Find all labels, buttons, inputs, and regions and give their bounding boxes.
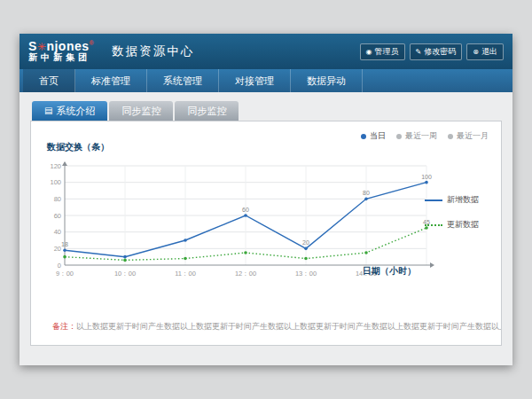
registered-mark: ® (90, 41, 95, 47)
grid-icon: ▤ (44, 101, 52, 121)
series-legend: 新增数据 更新数据 (425, 194, 494, 244)
brand-logo: S✳njones® 新中新集团 (28, 40, 94, 62)
header-actions: ◉管理员 ✎修改密码 ⊗退出 (360, 43, 504, 60)
radio-dot-icon (396, 134, 402, 139)
dotted-line-icon (425, 224, 442, 226)
nav-system-management[interactable]: 系统管理 (147, 69, 219, 92)
svg-text:20: 20 (54, 245, 61, 253)
brand-subtitle: 新中新集团 (28, 53, 94, 63)
svg-text:100: 100 (50, 178, 61, 186)
footnote-text: 以上数据更新于时间产生数据以上数据更新于时间产生数据以上数据更新于时间产生数据以… (76, 322, 501, 331)
svg-text:120: 120 (50, 162, 61, 170)
filter-last-week[interactable]: 最近一周 (396, 130, 437, 142)
content-area: ▤系统介绍 同步监控 同步监控 当日 最近一周 最近一月 数据交换（条） 020… (20, 92, 512, 365)
logout-button[interactable]: ⊗退出 (466, 43, 504, 60)
tab-sync-monitor-1-label: 同步监控 (121, 101, 160, 121)
legend-update-data: 更新数据 (425, 219, 494, 231)
svg-text:12：00: 12：00 (235, 270, 256, 278)
svg-text:20: 20 (302, 239, 309, 246)
svg-text:11：00: 11：00 (175, 270, 196, 278)
app-window: S✳njones® 新中新集团 数据资源中心 ◉管理员 ✎修改密码 ⊗退出 首页… (20, 34, 512, 365)
change-password-label: 修改密码 (424, 46, 456, 58)
x-axis-title: 日期（小时） (363, 265, 416, 278)
svg-text:40: 40 (54, 228, 61, 236)
footnote-prefix: 备注： (52, 322, 76, 331)
svg-text:18: 18 (61, 241, 68, 247)
edit-password-icon: ✎ (416, 48, 422, 56)
solid-line-icon (425, 200, 442, 201)
app-header: S✳njones® 新中新集团 数据资源中心 ◉管理员 ✎修改密码 ⊗退出 (20, 34, 512, 69)
tab-sync-monitor-1[interactable]: 同步监控 (109, 101, 173, 121)
tab-sync-monitor-2-label: 同步监控 (187, 101, 226, 121)
svg-text:80: 80 (363, 190, 370, 196)
main-nav: 首页 标准管理 系统管理 对接管理 数据异动 (20, 69, 512, 92)
time-range-filters: 当日 最近一周 最近一月 (361, 130, 489, 142)
radio-dot-icon (448, 134, 453, 139)
page-title: 数据资源中心 (112, 43, 194, 59)
nav-interface-management[interactable]: 对接管理 (219, 69, 291, 92)
tab-sync-monitor-2[interactable]: 同步监控 (175, 101, 239, 121)
filter-last-month[interactable]: 最近一月 (448, 130, 489, 142)
svg-text:9：00: 9：00 (56, 270, 74, 278)
user-icon: ◉ (366, 48, 372, 56)
filter-today[interactable]: 当日 (361, 130, 386, 142)
nav-home[interactable]: 首页 (23, 69, 75, 92)
svg-text:100: 100 (421, 174, 432, 180)
legend-new-data: 新增数据 (425, 194, 494, 206)
nav-data-change[interactable]: 数据异动 (291, 69, 363, 92)
change-password-button[interactable]: ✎修改密码 (410, 43, 463, 60)
tab-bar: ▤系统介绍 同步监控 同步监控 (32, 101, 502, 121)
line-chart: 0204060801001209：0010：0011：0012：0013：001… (42, 159, 441, 283)
logout-label: 退出 (481, 46, 497, 58)
admin-button[interactable]: ◉管理员 (360, 43, 405, 60)
radio-dot-icon (361, 134, 366, 139)
svg-text:80: 80 (54, 195, 61, 203)
logout-icon: ⊗ (473, 48, 479, 56)
svg-text:60: 60 (242, 207, 249, 213)
footnote: 备注：以上数据更新于时间产生数据以上数据更新于时间产生数据以上数据更新于时间产生… (31, 321, 501, 332)
tab-system-intro[interactable]: ▤系统介绍 (32, 101, 107, 121)
admin-button-label: 管理员 (375, 46, 399, 58)
y-axis-title: 数据交换（条） (47, 141, 109, 153)
svg-text:0: 0 (58, 262, 61, 270)
svg-text:13：00: 13：00 (295, 270, 317, 278)
nav-standard-management[interactable]: 标准管理 (75, 69, 147, 92)
svg-text:60: 60 (54, 212, 61, 220)
svg-text:10：00: 10：00 (114, 270, 136, 278)
chart-panel: 当日 最近一周 最近一月 数据交换（条） 0204060801001209：00… (30, 121, 502, 346)
tab-system-intro-label: 系统介绍 (56, 101, 95, 121)
brand-wordmark: S✳njones® (28, 40, 94, 53)
